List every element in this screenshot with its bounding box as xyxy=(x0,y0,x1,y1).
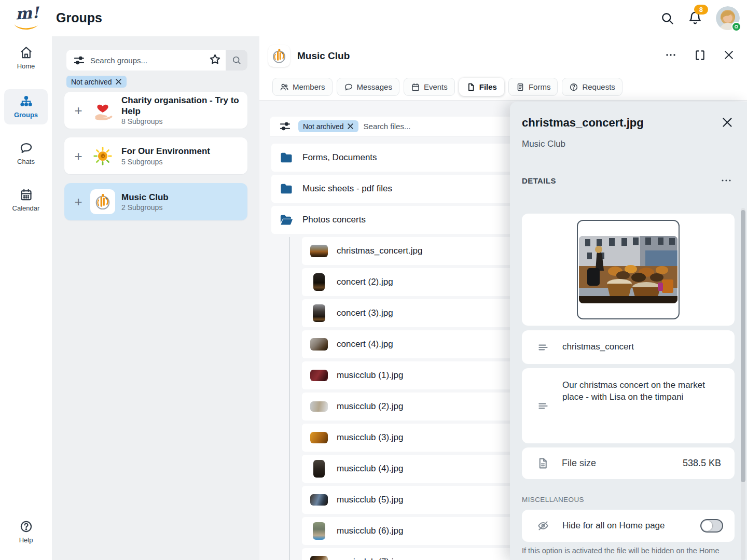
file-name: musicclub (7).jpg xyxy=(337,557,404,560)
files-filter-chip[interactable]: Not archived xyxy=(298,120,358,132)
groups-filter-chip[interactable]: Not archived xyxy=(66,76,127,88)
home-icon xyxy=(19,46,33,60)
sidebar-item-chats[interactable]: Chats xyxy=(0,141,52,165)
tab-label: Requests xyxy=(582,82,615,91)
file-description-field[interactable]: Our christmas concert on the market plac… xyxy=(522,368,735,443)
file-thumbnail xyxy=(309,556,329,560)
file-name: christmas_concert.jpg xyxy=(337,246,422,256)
group-avatar-environment xyxy=(90,144,115,169)
group-name: For Our Environment xyxy=(121,146,210,157)
close-icon xyxy=(723,49,735,61)
close-details-button[interactable] xyxy=(721,116,734,129)
group-card-environment[interactable]: + For Our Environment 5 Subgroups xyxy=(64,137,247,174)
favorites-filter-button[interactable] xyxy=(209,53,222,68)
ellipsis-icon xyxy=(665,49,677,61)
sidebar-item-home[interactable]: Home xyxy=(0,46,52,70)
message-icon xyxy=(344,82,353,92)
file-preview-frame[interactable] xyxy=(577,220,680,319)
folder-name: Photos concerts xyxy=(302,215,366,225)
tab-label: Events xyxy=(424,82,448,91)
search-icon xyxy=(231,55,242,65)
expand-subgroups-button[interactable]: + xyxy=(71,195,86,208)
text-lines-icon xyxy=(536,399,550,413)
ellipsis-icon xyxy=(720,174,732,187)
chip-remove-icon[interactable] xyxy=(115,78,122,85)
avatar-status-icon xyxy=(731,22,741,32)
file-size-label: File size xyxy=(562,458,596,469)
tab-members[interactable]: Members xyxy=(272,78,333,96)
file-thumbnail xyxy=(309,273,329,291)
hide-on-home-row: Hide for all on Home page xyxy=(522,510,735,542)
files-icon xyxy=(466,82,476,92)
tab-forms[interactable]: Forms xyxy=(508,78,558,96)
filter-icon[interactable] xyxy=(279,120,291,132)
details-scrollbar-thumb[interactable] xyxy=(741,210,745,482)
file-name: musicclub (2).jpg xyxy=(337,401,404,412)
chat-icon xyxy=(19,141,33,155)
file-preview-card xyxy=(522,214,735,326)
sidebar-item-calendar[interactable]: Calendar xyxy=(0,188,52,212)
tab-events[interactable]: Events xyxy=(404,78,455,96)
notifications-button[interactable]: 8 xyxy=(688,11,702,25)
sidebar-item-label: Home xyxy=(17,62,35,70)
groups-search-input[interactable] xyxy=(85,56,209,65)
app-logo[interactable]: m! xyxy=(11,3,44,33)
expand-subgroups-button[interactable]: + xyxy=(71,149,86,163)
search-icon xyxy=(660,11,674,25)
file-size-value: 538.5 KB xyxy=(683,458,721,469)
notification-badge: 8 xyxy=(694,5,708,15)
groups-panel: Not archived + Charity organisation - Tr… xyxy=(52,36,259,560)
file-details-panel: christmas_concert.jpg Music Club DETAILS xyxy=(510,102,747,560)
hide-on-home-toggle[interactable] xyxy=(700,519,723,533)
file-name: concert (4).jpg xyxy=(337,339,393,349)
tab-label: Messages xyxy=(357,82,392,91)
text-lines-icon xyxy=(536,341,550,354)
group-tabs: Members Messages Events Files Forms Requ… xyxy=(272,78,622,96)
groups-search-button[interactable] xyxy=(226,50,247,71)
file-name: concert (2).jpg xyxy=(337,277,393,287)
tab-files[interactable]: Files xyxy=(459,78,504,96)
chip-remove-icon[interactable] xyxy=(347,123,354,130)
close-panel-button[interactable] xyxy=(723,49,735,61)
sidebar-item-label: Help xyxy=(19,536,33,544)
folder-name: Music sheets - pdf files xyxy=(302,184,392,194)
group-avatar-music-club xyxy=(90,189,115,214)
file-thumbnail xyxy=(309,401,329,412)
group-name: Music Club xyxy=(121,192,169,203)
events-icon xyxy=(411,82,420,92)
file-name: musicclub (5).jpg xyxy=(337,495,404,505)
chip-label: Not archived xyxy=(303,122,344,131)
group-card-music-club[interactable]: + Music Club 2 Subgroups xyxy=(64,183,247,220)
hide-on-home-label: Hide for all on Home page xyxy=(562,520,665,532)
sidebar-item-help[interactable]: Help xyxy=(0,520,52,544)
group-subgroups-count: 2 Subgroups xyxy=(121,203,169,212)
expand-fullscreen-button[interactable] xyxy=(694,49,706,61)
more-options-button[interactable] xyxy=(665,49,677,61)
group-name: Charity organisation - Try to Help xyxy=(121,95,242,117)
file-name: musicclub (3).jpg xyxy=(337,432,404,443)
tab-messages[interactable]: Messages xyxy=(337,78,399,96)
global-search-button[interactable] xyxy=(660,11,674,25)
details-more-options-button[interactable] xyxy=(720,174,732,187)
document-icon xyxy=(536,457,549,470)
tab-label: Files xyxy=(479,82,497,91)
star-icon xyxy=(209,53,222,66)
sidebar-item-groups[interactable]: Groups xyxy=(4,89,48,124)
expand-subgroups-button[interactable]: + xyxy=(71,104,86,117)
file-name: concert (3).jpg xyxy=(337,308,393,318)
app-logo-text: m! xyxy=(15,3,39,23)
members-icon xyxy=(280,82,289,92)
tab-requests[interactable]: Requests xyxy=(562,78,622,96)
group-card-charity[interactable]: + Charity organisation - Try to Help 8 S… xyxy=(64,92,247,129)
tab-label: Forms xyxy=(529,82,551,91)
group-header-title: Music Club xyxy=(297,50,350,62)
file-name-value: christmas_concert xyxy=(562,341,634,353)
file-thumbnail xyxy=(309,494,329,506)
tab-label: Members xyxy=(293,82,325,91)
details-section-heading: DETAILS xyxy=(522,176,556,185)
user-avatar[interactable] xyxy=(716,6,740,30)
filter-icon[interactable] xyxy=(73,54,85,66)
header-actions: 8 xyxy=(660,0,740,36)
file-name-field[interactable]: christmas_concert xyxy=(522,330,735,364)
sidebar-item-label: Groups xyxy=(14,111,38,119)
